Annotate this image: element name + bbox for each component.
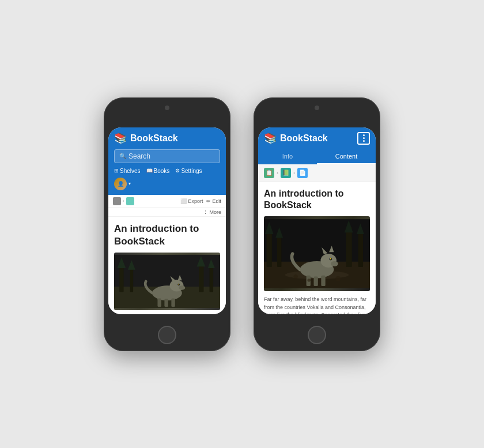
breadcrumb-book-icon bbox=[113, 197, 121, 205]
svg-rect-37 bbox=[313, 277, 317, 287]
nav-bar-right: 📚 BookStack bbox=[258, 127, 376, 149]
svg-rect-15 bbox=[157, 298, 161, 307]
nav-avatar[interactable]: 👤 ▾ bbox=[114, 178, 220, 190]
phone-right: 📚 BookStack Info Content bbox=[254, 97, 380, 351]
bookstack-logo-icon-right: 📚 bbox=[264, 132, 277, 145]
svg-rect-26 bbox=[346, 227, 352, 267]
search-bar[interactable]: 🔍 Search bbox=[114, 149, 220, 163]
svg-point-41 bbox=[294, 274, 298, 278]
books-label: Books bbox=[154, 168, 170, 174]
breadcrumb-bar-left: › ⬜ Export ✏ Edit bbox=[108, 195, 226, 208]
wolf-image-right bbox=[264, 216, 370, 291]
scene: 📚 BookStack 🔍 Search ⊞ Shelves 📖 Books bbox=[86, 80, 398, 368]
avatar-caret-icon: ▾ bbox=[128, 181, 131, 186]
breadcrumb-left: › bbox=[113, 197, 134, 205]
more-bar: ⋮ More bbox=[108, 208, 226, 217]
svg-rect-22 bbox=[267, 230, 272, 267]
svg-rect-28 bbox=[358, 231, 363, 268]
breadcrumb-right-phone: 📋 › 📗 › 📄 bbox=[258, 164, 376, 182]
wolf-image-left bbox=[114, 253, 220, 310]
nav-bar-left: 📚 BookStack 🔍 Search ⊞ Shelves 📖 Books bbox=[108, 127, 226, 195]
content-area-right: An introduction to BookStack bbox=[258, 182, 376, 314]
breadcrumb-page-icon bbox=[126, 197, 134, 205]
more-link[interactable]: ⋮ More bbox=[203, 209, 221, 215]
phone-left-screen: 📚 BookStack 🔍 Search ⊞ Shelves 📖 Books bbox=[108, 127, 226, 314]
shelves-label: Shelves bbox=[120, 168, 141, 174]
svg-rect-4 bbox=[130, 268, 134, 292]
nav-brand-name-right: BookStack bbox=[280, 133, 328, 144]
phone-right-screen: 📚 BookStack Info Content bbox=[258, 127, 376, 314]
svg-rect-17 bbox=[171, 298, 175, 307]
excerpt-text-left: Far far away, behind the word mountains,… bbox=[114, 314, 220, 314]
svg-rect-38 bbox=[321, 276, 325, 286]
tab-info-label: Info bbox=[282, 153, 293, 160]
shelves-link[interactable]: ⊞ Shelves bbox=[114, 168, 141, 174]
breadcrumb-chip-3: 📄 bbox=[297, 168, 308, 178]
svg-point-12 bbox=[179, 285, 185, 289]
edit-label: Edit bbox=[212, 198, 221, 204]
tab-info[interactable]: Info bbox=[258, 149, 317, 164]
settings-icon: ⚙ bbox=[175, 168, 180, 174]
edit-link[interactable]: ✏ Edit bbox=[206, 198, 221, 204]
breadcrumb-chip-1: 📋 bbox=[264, 168, 274, 178]
nav-links: ⊞ Shelves 📖 Books ⚙ Settings bbox=[114, 168, 220, 174]
bookstack-logo-icon: 📚 bbox=[114, 132, 127, 145]
search-icon: 🔍 bbox=[119, 153, 126, 159]
svg-rect-6 bbox=[199, 262, 203, 292]
svg-rect-24 bbox=[277, 235, 281, 267]
excerpt-text-right: Far far away, behind the word mountains,… bbox=[264, 296, 370, 314]
nav-brand-right: 📚 BookStack bbox=[264, 132, 328, 145]
svg-point-19 bbox=[179, 284, 179, 284]
settings-label: Settings bbox=[181, 168, 202, 174]
tab-content-label: Content bbox=[335, 153, 358, 160]
svg-point-40 bbox=[330, 258, 331, 259]
more-dots-icon: ⋮ bbox=[203, 209, 208, 215]
svg-point-33 bbox=[331, 261, 338, 266]
nav-brand-left: 📚 BookStack bbox=[114, 132, 220, 145]
svg-point-42 bbox=[335, 276, 341, 281]
svg-rect-16 bbox=[164, 299, 168, 307]
books-link[interactable]: 📖 Books bbox=[146, 168, 170, 174]
search-placeholder-text: Search bbox=[128, 152, 150, 160]
books-icon: 📖 bbox=[146, 168, 153, 174]
tab-content[interactable]: Content bbox=[317, 149, 376, 164]
tab-bar: Info Content bbox=[258, 149, 376, 164]
avatar: 👤 bbox=[114, 178, 127, 190]
menu-dot-2 bbox=[363, 137, 365, 139]
edit-icon: ✏ bbox=[206, 198, 211, 204]
menu-button[interactable] bbox=[357, 132, 370, 145]
nav-brand-name-left: BookStack bbox=[130, 133, 178, 144]
svg-rect-8 bbox=[210, 265, 213, 292]
svg-point-43 bbox=[307, 278, 311, 282]
phone-left: 📚 BookStack 🔍 Search ⊞ Shelves 📖 Books bbox=[104, 97, 230, 351]
export-icon: ⬜ bbox=[180, 198, 187, 204]
more-label: More bbox=[209, 209, 221, 215]
breadcrumb-chevron-1: › bbox=[277, 170, 278, 176]
content-area-left: An introduction to BookStack bbox=[108, 217, 226, 314]
page-title-right: An introduction to BookStack bbox=[264, 188, 370, 212]
page-title-left: An introduction to BookStack bbox=[114, 223, 220, 248]
breadcrumb-right: ⬜ Export ✏ Edit bbox=[180, 198, 221, 204]
phone-top-bar bbox=[108, 104, 226, 116]
breadcrumb-arrow-icon: › bbox=[123, 198, 124, 204]
avatar-image: 👤 bbox=[114, 178, 127, 190]
home-button-right[interactable] bbox=[308, 326, 326, 344]
shelves-icon: ⊞ bbox=[114, 168, 119, 174]
menu-dot-3 bbox=[363, 140, 365, 142]
menu-dot-1 bbox=[363, 134, 365, 136]
settings-link[interactable]: ⚙ Settings bbox=[175, 168, 202, 174]
phone-top-bar-right bbox=[258, 104, 376, 116]
breadcrumb-chip-2: 📗 bbox=[281, 168, 291, 178]
export-label: Export bbox=[188, 198, 203, 204]
export-link[interactable]: ⬜ Export bbox=[180, 198, 203, 204]
breadcrumb-chevron-2: › bbox=[293, 170, 295, 176]
svg-rect-2 bbox=[119, 265, 123, 292]
home-button-left[interactable] bbox=[158, 326, 176, 344]
